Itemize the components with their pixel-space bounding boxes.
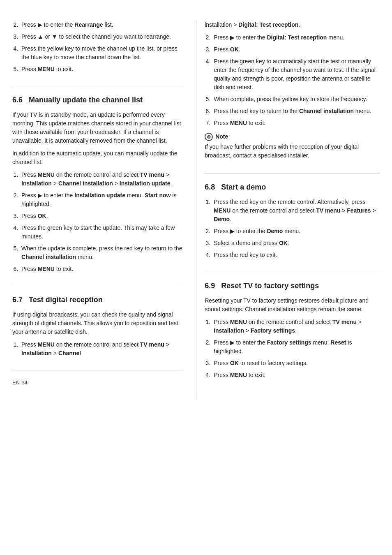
section-6-7-para-1: If using digital broadcasts, you can che…	[12, 310, 184, 336]
section-title: Start a demo	[221, 183, 266, 191]
section-6-7-title: 6.7 Test digital reception	[12, 294, 184, 305]
page-number: EN-34	[12, 379, 184, 387]
list-item: Press ▶ to enter the Installation update…	[20, 191, 184, 208]
section-6-9-para-1: Resetting your TV to factory settings re…	[205, 296, 380, 314]
list-item: Press the green key to start the update.…	[20, 224, 184, 241]
list-item: Press MENU to exit.	[212, 119, 380, 127]
list-item: Press MENU to exit.	[20, 65, 184, 74]
left-column: Press ▶ to enter the Rearrange list. Pre…	[12, 21, 196, 400]
section-6-8-title: 6.8 Start a demo	[205, 182, 380, 193]
section-6-9-title: 6.9 Reset TV to factory settings	[205, 280, 380, 291]
list-item: Press ▶ to enter the Demo menu.	[212, 227, 380, 236]
section-6-6-para-2: In addition to the automatic update, you…	[12, 149, 184, 166]
section-6-9: 6.9 Reset TV to factory settings Resetti…	[205, 280, 380, 392]
section-6-6-title: 6.6 Manually update the channel list	[12, 95, 184, 106]
list-item: Press ▶ to enter the Digital: Test recep…	[212, 33, 380, 42]
intro-section: Press ▶ to enter the Rearrange list. Pre…	[12, 21, 184, 86]
section-number: 6.6	[12, 96, 23, 104]
section-6-7: 6.7 Test digital reception If using digi…	[12, 294, 184, 370]
section-number: 6.7	[12, 296, 23, 304]
list-item: Press OK.	[212, 45, 380, 54]
section-6-9-steps: Press MENU on the remote control and sel…	[212, 318, 380, 379]
section-6-7-right: installation > Digital: Test reception. …	[205, 21, 380, 173]
section-title: Manually update the channel list	[29, 96, 143, 104]
list-item: Select a demo and press OK.	[212, 239, 380, 247]
list-item: When the update is complete, press the r…	[20, 244, 184, 261]
list-item: Press MENU on the remote control and sel…	[212, 318, 380, 335]
list-item: Press ▶ to enter the Factory settings me…	[212, 338, 380, 356]
note-title: ⊜ Note	[205, 132, 380, 141]
list-item: Press the green key to automatically sta…	[212, 57, 380, 92]
list-item: Press MENU to exit.	[212, 371, 380, 379]
section-6-7-steps: Press MENU on the remote control and sel…	[20, 340, 184, 358]
section-title: Reset TV to factory settings	[221, 282, 319, 290]
list-item: Press ▲ or ▼ to select the channel you w…	[20, 32, 184, 41]
page: Press ▶ to enter the Rearrange list. Pre…	[0, 12, 392, 408]
section-6-6: 6.6 Manually update the channel list If …	[12, 95, 184, 286]
list-item: Press the red key to exit.	[212, 251, 380, 259]
section-6-8: 6.8 Start a demo Press the red key on th…	[205, 182, 380, 272]
list-item: Press the red key on the remote control.…	[212, 198, 380, 224]
list-item: When complete, press the yellow key to s…	[212, 95, 380, 104]
list-item: Press MENU on the remote control and sel…	[20, 340, 184, 358]
note-box: ⊜ Note If you have further problems with…	[205, 132, 380, 160]
list-item: Press OK.	[20, 212, 184, 220]
list-item: Press MENU to exit.	[20, 265, 184, 273]
list-item: Press OK to reset to factory settings.	[212, 359, 380, 368]
right-column: installation > Digital: Test reception. …	[196, 21, 380, 400]
section-6-7-continued-intro: installation > Digital: Test reception.	[205, 21, 380, 29]
section-title: Test digital reception	[29, 296, 103, 304]
list-item: Press MENU on the remote control and sel…	[20, 171, 184, 188]
section-6-6-para-1: If your TV is in standby mode, an update…	[12, 111, 184, 145]
section-number: 6.9	[205, 282, 215, 290]
section-6-7-continued-steps: Press ▶ to enter the Digital: Test recep…	[212, 33, 380, 127]
note-icon: ⊜	[205, 133, 213, 141]
list-item: Press ▶ to enter the Rearrange list.	[20, 21, 184, 29]
list-item: Press the yellow key to move the channel…	[20, 44, 184, 62]
section-6-6-steps: Press MENU on the remote control and sel…	[20, 171, 184, 273]
section-number: 6.8	[205, 183, 215, 191]
section-6-8-steps: Press the red key on the remote control.…	[212, 198, 380, 259]
note-text: If you have further problems with the re…	[205, 143, 380, 160]
list-item: Press the red key to return to the Chann…	[212, 107, 380, 116]
